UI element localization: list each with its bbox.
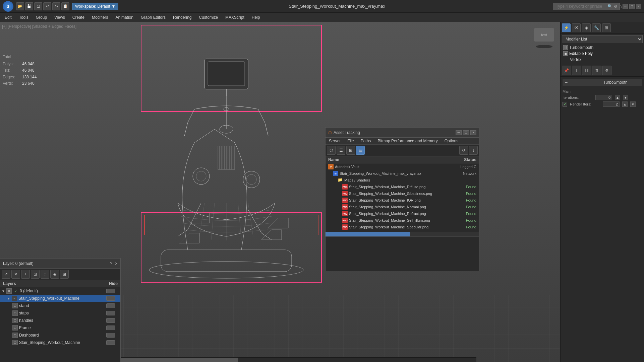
layer-item-0-default[interactable]: ▼ ≡ ✓ 0 (default) — [0, 287, 120, 295]
panel-utilities-btn[interactable]: 🔧 — [592, 23, 601, 32]
render-iters-down-btn[interactable]: ▼ — [630, 101, 636, 107]
menu-group[interactable]: Group — [33, 14, 50, 21]
make-unique-btn[interactable]: ⟦⟧ — [582, 66, 591, 75]
asset-grid-btn[interactable]: ⊞ — [346, 146, 355, 155]
asset-item-specular[interactable]: PNG Stair_Stepping_Workout_Machine_Specu… — [326, 224, 479, 230]
pin-stack-btn[interactable]: 📌 — [562, 66, 571, 75]
layers-close-btn[interactable]: × — [115, 261, 118, 266]
asset-item-refract[interactable]: PNG Stair_Stepping_Workout_Machine_Refra… — [326, 210, 479, 217]
machine-hide-btn[interactable] — [106, 340, 115, 345]
turbosmooth-title[interactable]: – TurboSmooth — [563, 79, 642, 86]
editable-poly-checkbox[interactable]: ▣ — [563, 51, 568, 56]
layer-item-machine[interactable]: ⬡ Stair_Stepping_Workout_Machine — [0, 339, 120, 346]
add-to-layer-btn[interactable]: + — [21, 270, 30, 279]
dashboard-hide-btn[interactable] — [106, 333, 115, 338]
asset-item-ior[interactable]: PNG Stair_Stepping_Workout_Machine_IOR.p… — [326, 197, 479, 204]
iterations-value[interactable]: 0 — [595, 95, 612, 100]
panel-extra-btn[interactable]: ⊞ — [602, 23, 611, 32]
asset-refresh-btn[interactable]: ↺ — [459, 146, 468, 155]
staps-hide-btn[interactable] — [106, 311, 115, 315]
viewport-plus-btn[interactable]: [+] — [2, 24, 7, 29]
layer-item-frame[interactable]: ⬡ Frame — [0, 324, 120, 332]
stair-hide-btn[interactable] — [106, 296, 115, 301]
save-as-btn[interactable]: 🖫 — [34, 2, 42, 10]
asset-item-normal[interactable]: PNG Stair_Stepping_Workout_Machine_Norma… — [326, 204, 479, 210]
layer-settings-btn[interactable]: ◈ — [50, 270, 59, 279]
asset-minimize-btn[interactable]: ─ — [456, 130, 462, 135]
save-file-btn[interactable]: 💾 — [25, 2, 33, 10]
menu-views[interactable]: Views — [51, 14, 68, 21]
move-to-layer-btn[interactable]: ↕ — [41, 270, 49, 279]
minimize-btn[interactable]: ─ — [623, 4, 628, 9]
iterations-up-btn[interactable]: ▲ — [615, 95, 620, 100]
asset-item-self-illum[interactable]: PNG Stair_Stepping_Workout_Machine_Self_… — [326, 217, 479, 224]
frame-hide-btn[interactable] — [106, 325, 115, 330]
maximize-btn[interactable]: □ — [629, 4, 635, 9]
handles-hide-btn[interactable] — [106, 318, 115, 323]
render-iters-value[interactable]: 2 — [603, 101, 620, 107]
viewport-perspective-btn[interactable]: [Perspective] — [8, 24, 31, 29]
layer-item-dashboard[interactable]: ⬡ Dashboard — [0, 332, 120, 339]
quick-render-btn[interactable]: 📋 — [61, 2, 69, 10]
redo-btn[interactable]: ↪ — [52, 2, 60, 10]
panel-display-btn[interactable]: ◈ — [582, 23, 591, 32]
menu-tools[interactable]: Tools — [16, 14, 32, 21]
menu-help[interactable]: Help — [248, 14, 264, 21]
vertex-sub-item[interactable]: Vertex — [562, 57, 643, 63]
close-btn[interactable]: × — [636, 4, 641, 9]
asset-item-glossiness[interactable]: PNG Stair_Stepping_Workout_Machine_Gloss… — [326, 190, 479, 197]
bookmark-icon[interactable]: ☆ — [619, 4, 623, 9]
asset-list-btn[interactable]: ☰ — [337, 146, 345, 155]
menu-modifiers[interactable]: Modifiers — [89, 14, 112, 21]
show-result-btn[interactable]: | — [572, 66, 581, 75]
asset-menu-paths[interactable]: Paths — [357, 138, 374, 144]
menu-animation[interactable]: Animation — [112, 14, 137, 21]
editable-poly-modifier-item[interactable]: ▣ Editable Poly — [562, 51, 643, 57]
asset-vault-btn[interactable]: ⬡ — [327, 146, 336, 155]
select-objects-btn[interactable]: ⊡ — [31, 270, 40, 279]
remove-modifier-btn[interactable]: 🗑 — [592, 66, 601, 75]
render-iters-checkbox[interactable]: ✓ — [563, 102, 567, 106]
asset-item-maps-folder[interactable]: 📁 Maps / Shaders — [326, 177, 479, 184]
asset-maximize-btn[interactable]: □ — [463, 130, 469, 135]
search-input[interactable] — [556, 4, 606, 9]
layer-0-hide-btn[interactable] — [106, 289, 115, 293]
layer-item-staps[interactable]: ⬡ staps — [0, 309, 120, 317]
menu-rendering[interactable]: Rendering — [170, 14, 195, 21]
new-layer-btn[interactable]: ↗ — [2, 270, 10, 279]
viewport-shading-btn[interactable]: [Shaded + Edged Faces] — [32, 24, 76, 29]
render-iters-up-btn[interactable]: ▲ — [622, 101, 628, 107]
menu-customize[interactable]: Customize — [195, 14, 221, 21]
turbosmooth-modifier-item[interactable]: ☷ TurboSmooth — [562, 45, 643, 51]
workspace-selector[interactable]: Workspace: Default ▼ — [72, 3, 118, 10]
menu-graph-editors[interactable]: Graph Editors — [137, 14, 169, 21]
search-icon[interactable]: 🔍 — [607, 4, 612, 9]
nav-cube[interactable]: text — [531, 25, 558, 52]
asset-table-btn[interactable]: ▤ — [356, 146, 365, 155]
iterations-down-btn[interactable]: ▼ — [623, 95, 628, 100]
asset-menu-options[interactable]: Options — [441, 138, 462, 144]
menu-edit[interactable]: Edit — [1, 14, 15, 21]
turbosmooth-checkbox[interactable]: ☷ — [563, 45, 568, 50]
layer-item-stair-stepping[interactable]: ▼ ≡ Stair_Stepping_Workout_Machine — [0, 295, 120, 302]
layers-help-btn[interactable]: ? — [110, 261, 112, 266]
modifier-list-dropdown[interactable]: Modifier List — [562, 35, 643, 43]
delete-layer-btn[interactable]: ✕ — [11, 270, 20, 279]
panel-motion-btn[interactable]: ⦿ — [572, 23, 581, 32]
layer-expand-icon[interactable]: ▼ — [2, 289, 6, 293]
stair-expand-icon[interactable]: ▼ — [7, 297, 12, 300]
asset-item-diffuse[interactable]: PNG Stair_Stepping_Workout_Machine_Diffu… — [326, 184, 479, 190]
asset-item-vault[interactable]: V Autodesk Vault Logged C — [326, 163, 479, 170]
asset-item-max-file[interactable]: M Stair_Stepping_Workout_Machine_max_vra… — [326, 170, 479, 177]
layer-item-handles[interactable]: ⬡ handles — [0, 317, 120, 324]
menu-maxscript[interactable]: MAXScript — [222, 14, 248, 21]
layer-item-stand[interactable]: ⬡ stand — [0, 302, 120, 309]
asset-close-btn[interactable]: × — [470, 130, 476, 135]
configure-btn[interactable]: ⚙ — [602, 66, 611, 75]
panel-hierarchy-btn[interactable]: ⚡ — [562, 23, 571, 32]
settings-icon[interactable]: ⚙ — [614, 4, 618, 9]
asset-menu-bitmap[interactable]: Bitmap Performance and Memory — [374, 138, 441, 144]
stand-hide-btn[interactable] — [106, 303, 115, 308]
undo-btn[interactable]: ↩ — [43, 2, 51, 10]
menu-create[interactable]: Create — [69, 14, 88, 21]
